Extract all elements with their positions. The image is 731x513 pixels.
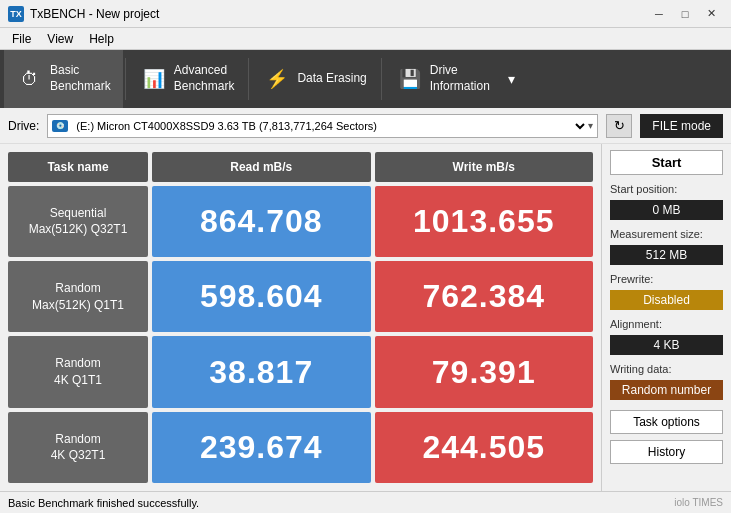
drive-select-wrapper[interactable]: 💿 (E:) Micron CT4000X8SSD9 3.63 TB (7,81… xyxy=(47,114,598,138)
table-row: Random4K Q32T1 239.674 244.505 xyxy=(8,412,593,483)
right-panel: Start Start position: 0 MB Measurement s… xyxy=(601,144,731,491)
row-3-write: 244.505 xyxy=(375,412,594,483)
data-erasing-icon: ⚡ xyxy=(263,65,291,93)
menu-help[interactable]: Help xyxy=(81,31,122,47)
status-message: Basic Benchmark finished successfully. xyxy=(8,497,199,509)
task-options-button[interactable]: Task options xyxy=(610,410,723,434)
toolbar-separator-3 xyxy=(381,58,382,100)
toolbar-drive-information[interactable]: 💾 DriveInformation xyxy=(384,50,502,108)
benchmark-table: Task name Read mB/s Write mB/s Sequentia… xyxy=(0,144,601,491)
measurement-size-value: 512 MB xyxy=(610,245,723,265)
prewrite-label: Prewrite: xyxy=(610,273,723,285)
row-0-write: 1013.655 xyxy=(375,186,594,257)
row-1-write: 762.384 xyxy=(375,261,594,332)
menu-bar: File View Help xyxy=(0,28,731,50)
toolbar-basic-benchmark[interactable]: ⏱ BasicBenchmark xyxy=(4,50,123,108)
measurement-size-label: Measurement size: xyxy=(610,228,723,240)
minimize-button[interactable]: ─ xyxy=(647,5,671,23)
row-0-name: SequentialMax(512K) Q32T1 xyxy=(8,186,148,257)
basic-benchmark-icon: ⏱ xyxy=(16,65,44,93)
table-row: RandomMax(512K) Q1T1 598.604 762.384 xyxy=(8,261,593,332)
file-mode-button[interactable]: FILE mode xyxy=(640,114,723,138)
header-task-name: Task name xyxy=(8,152,148,182)
start-button[interactable]: Start xyxy=(610,150,723,175)
row-0-read: 864.708 xyxy=(152,186,371,257)
basic-benchmark-label: BasicBenchmark xyxy=(50,63,111,94)
start-position-value: 0 MB xyxy=(610,200,723,220)
title-text: TxBENCH - New project xyxy=(30,7,159,21)
prewrite-value: Disabled xyxy=(610,290,723,310)
status-bar: Basic Benchmark finished successfully. i… xyxy=(0,491,731,513)
row-2-read: 38.817 xyxy=(152,336,371,407)
toolbar: ⏱ BasicBenchmark 📊 AdvancedBenchmark ⚡ D… xyxy=(0,50,731,108)
main-content: Task name Read mB/s Write mB/s Sequentia… xyxy=(0,144,731,491)
row-1-name: RandomMax(512K) Q1T1 xyxy=(8,261,148,332)
toolbar-data-erasing[interactable]: ⚡ Data Erasing xyxy=(251,50,378,108)
history-button[interactable]: History xyxy=(610,440,723,464)
advanced-benchmark-label: AdvancedBenchmark xyxy=(174,63,235,94)
toolbar-separator-1 xyxy=(125,58,126,100)
header-write: Write mB/s xyxy=(375,152,594,182)
toolbar-dropdown-arrow[interactable]: ▾ xyxy=(502,50,521,108)
drive-label: Drive: xyxy=(8,119,39,133)
title-bar-left: TX TxBENCH - New project xyxy=(8,6,159,22)
maximize-button[interactable]: □ xyxy=(673,5,697,23)
advanced-benchmark-icon: 📊 xyxy=(140,65,168,93)
row-2-write: 79.391 xyxy=(375,336,594,407)
row-3-read: 239.674 xyxy=(152,412,371,483)
table-row: Random4K Q1T1 38.817 79.391 xyxy=(8,336,593,407)
alignment-label: Alignment: xyxy=(610,318,723,330)
drive-row: Drive: 💿 (E:) Micron CT4000X8SSD9 3.63 T… xyxy=(0,108,731,144)
drive-dropdown-arrow: ▾ xyxy=(588,120,593,131)
menu-file[interactable]: File xyxy=(4,31,39,47)
data-erasing-label: Data Erasing xyxy=(297,71,366,87)
row-2-name: Random4K Q1T1 xyxy=(8,336,148,407)
drive-information-icon: 💾 xyxy=(396,65,424,93)
header-read: Read mB/s xyxy=(152,152,371,182)
close-button[interactable]: ✕ xyxy=(699,5,723,23)
row-3-name: Random4K Q32T1 xyxy=(8,412,148,483)
table-header: Task name Read mB/s Write mB/s xyxy=(8,152,593,182)
drive-refresh-button[interactable]: ↻ xyxy=(606,114,632,138)
drive-select[interactable]: (E:) Micron CT4000X8SSD9 3.63 TB (7,813,… xyxy=(72,119,588,133)
logo-text: iolo TIMES xyxy=(674,497,723,508)
toolbar-separator-2 xyxy=(248,58,249,100)
app-icon: TX xyxy=(8,6,24,22)
writing-data-label: Writing data: xyxy=(610,363,723,375)
drive-information-label: DriveInformation xyxy=(430,63,490,94)
alignment-value: 4 KB xyxy=(610,335,723,355)
title-controls: ─ □ ✕ xyxy=(647,5,723,23)
start-position-label: Start position: xyxy=(610,183,723,195)
drive-icon: 💿 xyxy=(52,120,68,132)
table-row: SequentialMax(512K) Q32T1 864.708 1013.6… xyxy=(8,186,593,257)
writing-data-value: Random number xyxy=(610,380,723,400)
title-bar: TX TxBENCH - New project ─ □ ✕ xyxy=(0,0,731,28)
toolbar-advanced-benchmark[interactable]: 📊 AdvancedBenchmark xyxy=(128,50,247,108)
row-1-read: 598.604 xyxy=(152,261,371,332)
menu-view[interactable]: View xyxy=(39,31,81,47)
